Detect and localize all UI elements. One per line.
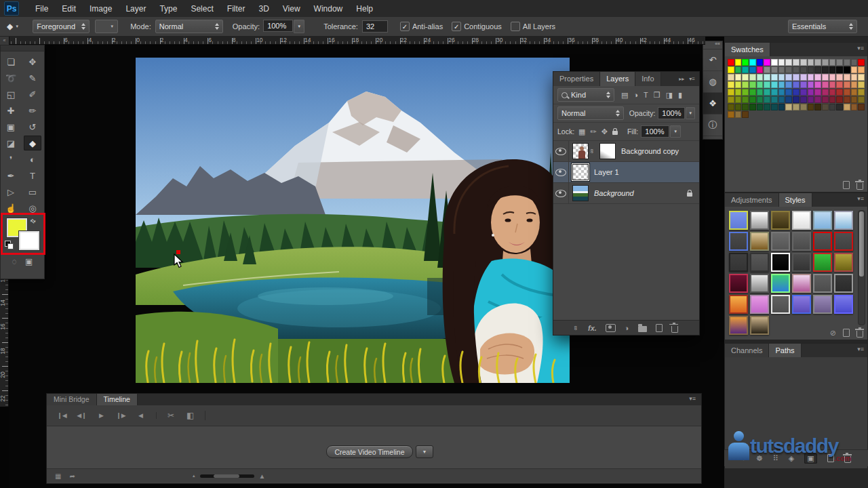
color-swatch[interactable] — [742, 81, 749, 88]
color-swatch[interactable] — [822, 59, 829, 66]
mode-dropdown[interactable]: Normal — [155, 20, 223, 33]
zoom-out-icon[interactable]: ▴ — [193, 473, 195, 479]
screen-mode-button[interactable]: ▣ — [25, 257, 33, 266]
color-swatch[interactable] — [778, 66, 785, 73]
opacity-field[interactable]: 100% — [263, 20, 293, 32]
color-swatch[interactable] — [778, 74, 785, 81]
new-swatch-icon[interactable] — [843, 181, 850, 189]
share-icon[interactable]: ➦ — [69, 472, 75, 480]
adjustments-panel-icon[interactable]: ◍ — [703, 71, 722, 93]
clone-stamp-tool[interactable]: ▣ — [2, 119, 20, 134]
color-swatch[interactable] — [851, 59, 858, 66]
color-swatch[interactable] — [793, 96, 800, 103]
scrollbar-thumb[interactable] — [859, 211, 864, 277]
panel-menu-icon[interactable]: ▾≡ — [689, 394, 701, 405]
color-swatch[interactable] — [793, 81, 800, 88]
filter-toggle-icon[interactable]: ▮ — [678, 91, 682, 100]
color-swatch[interactable] — [735, 74, 742, 81]
color-swatch[interactable] — [800, 104, 807, 110]
history-brush-tool[interactable]: ↺ — [24, 119, 41, 134]
menu-item[interactable]: Type — [153, 4, 184, 14]
color-swatch[interactable] — [808, 89, 814, 96]
color-swatch[interactable] — [829, 81, 836, 88]
style-swatch[interactable] — [792, 253, 811, 272]
color-swatch[interactable] — [778, 104, 785, 110]
color-swatch[interactable] — [735, 96, 742, 103]
color-swatch[interactable] — [728, 59, 734, 66]
color-swatch[interactable] — [757, 59, 764, 66]
panel-menu-icon[interactable]: ▾≡ — [857, 193, 867, 207]
panel-tab[interactable]: Properties — [553, 72, 600, 86]
layers-panel-icon[interactable]: ❖ — [703, 93, 722, 115]
filter-pixel-icon[interactable]: ▤ — [621, 91, 628, 100]
zoom-in-icon[interactable]: ▲ — [259, 472, 266, 480]
opacity-dropdown-button[interactable]: ▼ — [686, 107, 695, 119]
new-layer-icon[interactable] — [656, 324, 663, 332]
menu-item[interactable]: Help — [349, 4, 380, 14]
style-swatch[interactable] — [750, 274, 769, 293]
color-swatch[interactable] — [800, 66, 807, 73]
tolerance-field[interactable]: 32 — [362, 20, 388, 33]
color-swatch[interactable] — [757, 104, 764, 110]
menu-item[interactable]: View — [276, 4, 307, 14]
style-swatch[interactable] — [750, 316, 769, 335]
eyedropper-tool[interactable]: ✐ — [24, 87, 41, 102]
style-swatch[interactable] — [729, 295, 748, 314]
style-swatch[interactable] — [834, 232, 853, 251]
color-swatch[interactable] — [785, 104, 792, 110]
color-swatch[interactable] — [742, 96, 749, 103]
panel-tab[interactable]: Paths — [769, 344, 801, 357]
style-swatch[interactable] — [729, 274, 748, 293]
layer-thumbnail[interactable] — [572, 143, 589, 159]
color-swatch[interactable] — [785, 96, 792, 103]
color-swatch[interactable] — [728, 111, 734, 118]
color-swatch[interactable] — [749, 81, 756, 88]
document-canvas[interactable] — [136, 58, 570, 383]
color-swatch[interactable] — [829, 89, 836, 96]
color-swatch[interactable] — [800, 89, 807, 96]
style-swatch[interactable] — [771, 211, 790, 230]
color-swatch[interactable] — [728, 74, 734, 81]
color-swatch[interactable] — [742, 59, 749, 66]
style-swatch[interactable] — [729, 232, 748, 251]
visibility-toggle[interactable] — [553, 183, 569, 203]
quick-mask-button[interactable]: ◌ — [12, 257, 17, 266]
first-frame-button[interactable]: ❙◀ — [52, 412, 72, 419]
color-swatch[interactable] — [814, 59, 821, 66]
menu-item[interactable]: Select — [184, 4, 220, 14]
color-swatch[interactable] — [735, 81, 742, 88]
color-swatch[interactable] — [771, 66, 778, 73]
color-swatch[interactable] — [793, 74, 800, 81]
new-group-icon[interactable] — [638, 326, 647, 332]
pen-tool[interactable]: ✒ — [2, 168, 20, 183]
color-swatch[interactable] — [764, 74, 770, 81]
color-swatch[interactable] — [800, 74, 807, 81]
panel-tab[interactable]: Info — [635, 72, 660, 86]
color-swatch[interactable] — [757, 96, 764, 103]
option-checkbox[interactable]: Anti-alias — [400, 22, 443, 31]
color-swatch[interactable] — [808, 104, 814, 110]
style-swatch[interactable] — [792, 232, 811, 251]
layer-fill-field[interactable]: 100% — [641, 125, 669, 138]
panel-menu-icon[interactable]: ▾≡ — [689, 76, 695, 82]
color-swatch[interactable] — [785, 59, 792, 66]
visibility-toggle[interactable] — [553, 141, 569, 161]
color-swatch[interactable] — [728, 66, 734, 73]
style-swatch[interactable] — [813, 211, 832, 230]
style-swatch[interactable] — [729, 211, 748, 230]
color-swatch[interactable] — [728, 81, 734, 88]
color-swatch[interactable] — [808, 96, 814, 103]
color-swatch[interactable] — [757, 74, 764, 81]
color-swatch[interactable] — [808, 81, 814, 88]
filter-adjustment-icon[interactable]: ◑ — [633, 91, 638, 99]
color-swatch[interactable] — [851, 66, 858, 73]
color-swatch[interactable] — [735, 66, 742, 73]
previous-frame-button[interactable]: ◀❙ — [72, 412, 92, 419]
color-swatch[interactable] — [822, 81, 829, 88]
color-swatch[interactable] — [735, 111, 742, 118]
option-checkbox[interactable]: Contiguous — [452, 22, 502, 31]
layer-name[interactable]: Background copy — [621, 147, 679, 155]
color-swatch[interactable] — [814, 81, 821, 88]
zoom-slider-thumb[interactable] — [214, 474, 239, 478]
color-swatch[interactable] — [793, 104, 800, 110]
